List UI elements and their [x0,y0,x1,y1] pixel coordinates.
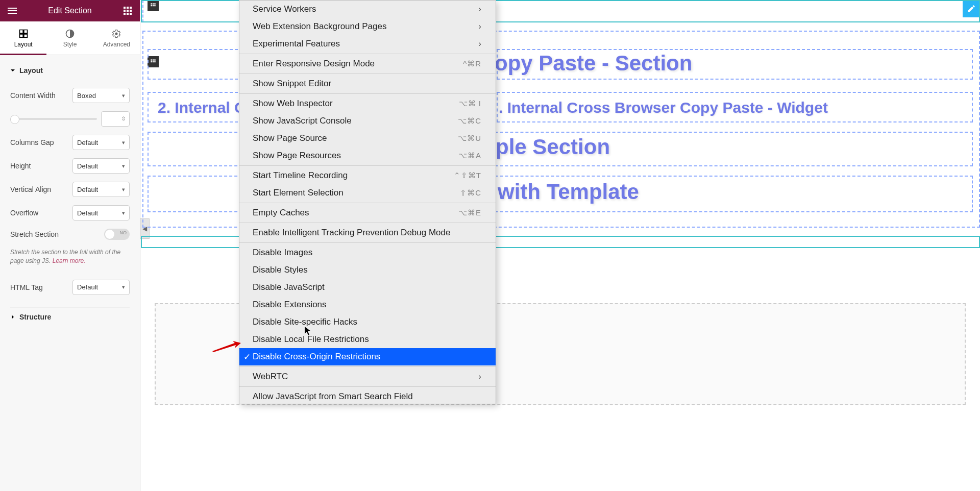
menu-item[interactable]: Web Extension Background Pages› [239,18,496,35]
hamburger-icon[interactable] [6,5,18,17]
menu-separator [239,165,496,166]
chevron-down-icon: ▾ [122,284,125,290]
panel-body: Layout Content Width Boxed▾ ⇳ Columns Ga… [0,55,140,491]
menu-scroll[interactable]: Service Workers›Web Extension Background… [239,1,496,404]
content-width-select[interactable]: Boxed▾ [72,88,130,103]
section-structure-toggle[interactable]: Structure [10,307,130,326]
tab-style[interactable]: Style [46,21,93,55]
learn-more-link[interactable]: Learn more. [53,257,86,264]
menu-item[interactable]: Allow JavaScript from Smart Search Field [239,388,496,404]
overflow-select[interactable]: Default▾ [72,205,130,220]
menu-item-label: Disable Local File Restrictions [253,334,369,345]
menu-item[interactable]: Disable Site-specific Hacks [239,313,496,331]
menu-item-label: Disable Styles [253,265,308,275]
menu-item-label: Start Timeline Recording [253,170,348,181]
menu-shortcut: ⇧⌘C [460,188,481,198]
widgets-grid-icon[interactable] [121,5,134,17]
svg-point-1 [115,32,118,35]
menu-item[interactable]: Show Web Inspector⌥⌘ I [239,95,496,112]
heading-widget[interactable]: opy Paste - Section [495,51,692,76]
menu-shortcut: ^⌘R [463,59,481,68]
label: Columns Gap [10,138,54,146]
field-content-width: Content Width Boxed▾ [10,88,130,103]
columns-gap-select[interactable]: Default▾ [72,135,130,150]
panel-tabs: Layout Style Advanced [0,21,140,55]
vertical-align-select[interactable]: Default▾ [72,182,130,197]
menu-item[interactable]: Disable Images [239,244,496,261]
menu-item[interactable]: Show Page Resources⌥⌘A [239,147,496,164]
menu-separator [239,203,496,203]
menu-separator [239,223,496,223]
section-label: Structure [19,313,51,321]
menu-item[interactable]: Disable JavaScript [239,279,496,296]
field-vertical-align: Vertical Align Default▾ [10,182,130,197]
menu-shortcut: ⌥⌘U [458,134,481,143]
select-value: Default [77,186,98,193]
menu-item-label: Show Page Source [253,133,327,143]
chevron-down-icon: ▾ [122,163,125,169]
menu-item[interactable]: Show Snippet Editor [239,75,496,92]
select-value: Default [77,139,98,146]
menu-item[interactable]: Service Workers› [239,1,496,18]
menu-item-label: Show JavaScript Console [253,116,352,126]
heading-widget[interactable]: ple Section [496,135,610,159]
menu-item-label: Web Extension Background Pages [253,21,386,32]
stretch-toggle[interactable]: NO [104,229,130,240]
width-number-input[interactable]: ⇳ [101,111,130,127]
menu-item-label: Disable Cross-Origin Restrictions [253,352,380,362]
menu-separator [239,366,496,367]
menu-item-label: Enter Responsive Design Mode [253,59,375,69]
heading-widget[interactable]: 2. Internal Cr [158,99,251,116]
heading-widget[interactable]: with Template [498,180,639,204]
field-width-slider: ⇳ [10,111,130,127]
menu-item[interactable]: Experimental Features› [239,35,496,53]
menu-item-label: Show Snippet Editor [253,79,331,89]
width-slider[interactable] [10,118,97,120]
heading-widget[interactable]: . Internal Cross Browser Copy Paste - Wi… [499,99,828,116]
select-value: Default [77,209,98,217]
panel-header: Edit Section [0,0,140,21]
menu-item[interactable]: Start Timeline Recording⌃⇧⌘T [239,167,496,184]
menu-item-label: Allow JavaScript from Smart Search Field [253,391,413,402]
menu-item[interactable]: Disable Styles [239,261,496,279]
menu-separator [239,54,496,54]
stretch-hint: Stretch the section to the full width of… [10,248,130,265]
menu-item[interactable]: Disable Local File Restrictions [239,331,496,348]
menu-item[interactable]: Show JavaScript Console⌥⌘C [239,112,496,130]
safari-develop-menu: Service Workers›Web Extension Background… [239,0,496,404]
menu-item[interactable]: Enter Responsive Design Mode^⌘R [239,55,496,72]
label: Overflow [10,209,38,217]
tab-label: Style [63,41,77,48]
menu-item-label: Empty Caches [253,208,309,218]
tab-layout[interactable]: Layout [0,21,46,55]
field-height: Height Default▾ [10,158,130,174]
chevron-right-icon: › [478,39,481,49]
menu-shortcut: ⌥⌘E [458,208,481,217]
label: Vertical Align [10,185,51,193]
tab-advanced[interactable]: Advanced [93,21,140,55]
menu-shortcut: ⌥⌘C [458,116,481,126]
label: Content Width [10,91,56,100]
menu-item[interactable]: Show Page Source⌥⌘U [239,130,496,147]
height-select[interactable]: Default▾ [72,158,130,174]
field-columns-gap: Columns Gap Default▾ [10,135,130,150]
section-layout-toggle[interactable]: Layout [10,61,130,80]
field-overflow: Overflow Default▾ [10,205,130,220]
label: HTML Tag [10,283,43,291]
menu-item-label: Enable Intelligent Tracking Prevention D… [253,228,450,238]
menu-item[interactable]: Enable Intelligent Tracking Prevention D… [239,224,496,241]
menu-item[interactable]: Disable Cross-Origin Restrictions [239,348,496,365]
select-value: Default [77,162,98,170]
menu-item[interactable]: WebRTC› [239,368,496,385]
menu-item-label: Disable Site-specific Hacks [253,317,357,327]
menu-item[interactable]: Empty Caches⌥⌘E [239,204,496,222]
section-label: Layout [19,66,43,75]
html-tag-select[interactable]: Default▾ [72,280,130,295]
menu-item-label: Start Element Selection [253,188,344,198]
label: Height [10,162,31,170]
chevron-right-icon: › [478,372,481,382]
menu-item[interactable]: Disable Extensions [239,296,496,313]
menu-separator [239,93,496,94]
tab-label: Layout [14,41,33,48]
menu-item[interactable]: Start Element Selection⇧⌘C [239,184,496,202]
